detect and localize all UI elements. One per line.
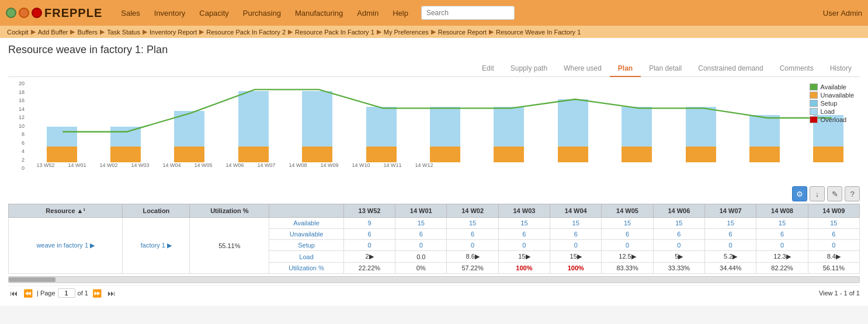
nav-item-capacity[interactable]: Capacity xyxy=(192,0,236,26)
tab-supply-path[interactable]: Supply path xyxy=(502,61,555,77)
nav-item-admin[interactable]: Admin xyxy=(350,0,386,26)
xaxis-label-8: 14 W08 xyxy=(283,162,313,168)
hscroll-thumb[interactable] xyxy=(9,277,55,282)
user-admin[interactable]: User Admin xyxy=(823,9,862,18)
bar-unavailable-seg xyxy=(174,147,204,162)
td-cell-3-2: 57.22% xyxy=(447,263,498,274)
td-cell-2-7: 5.2▶ xyxy=(705,251,756,263)
logo-circle-orange xyxy=(19,8,29,18)
td-cell-2-8: 12.3▶ xyxy=(756,251,808,263)
td-cell-0-0: 6 xyxy=(343,229,395,240)
hscroll-bar[interactable] xyxy=(8,276,860,283)
breadcrumb-item-9[interactable]: Resource Weave In Factory 1 xyxy=(496,29,581,36)
nav-item-sales[interactable]: Sales xyxy=(114,0,147,26)
tab-plan-detail[interactable]: Plan detail xyxy=(641,61,690,77)
tab-plan[interactable]: Plan xyxy=(610,61,641,77)
bar-group-2 xyxy=(158,111,221,162)
toolbar-settings-btn[interactable]: ⚙ xyxy=(792,186,807,201)
bar-group-7 xyxy=(478,107,540,162)
toolbar-download-btn[interactable]: ↓ xyxy=(810,186,825,201)
td-metric-available: Available xyxy=(269,218,344,229)
page-input[interactable] xyxy=(58,288,75,298)
th-w05[interactable]: 14 W05 xyxy=(602,204,653,218)
tab-history[interactable]: History xyxy=(822,61,860,77)
search-input[interactable] xyxy=(421,6,515,20)
bar-stack-10 xyxy=(686,107,716,162)
td-cell-3-5: 83.33% xyxy=(602,263,653,274)
bc-separator: ▶ xyxy=(431,28,436,36)
breadcrumb-item-5[interactable]: Resource Pack In Factory 2 xyxy=(206,29,286,36)
th-location[interactable]: Location xyxy=(123,204,190,218)
nav-item-purchasing[interactable]: Purchasing xyxy=(236,0,288,26)
td-cell-3-7: 34.44% xyxy=(705,263,756,274)
td-cell-2-2: 8.6▶ xyxy=(447,251,498,263)
bar-stack-9 xyxy=(622,107,652,162)
page-of: of 1 xyxy=(78,290,88,297)
breadcrumb-item-4[interactable]: Inventory Report xyxy=(150,29,197,36)
td-cell-2-3: 15▶ xyxy=(498,251,550,263)
bar-load-seg xyxy=(302,91,332,147)
th-w02[interactable]: 14 W02 xyxy=(447,204,498,218)
breadcrumb-item-2[interactable]: Buffers xyxy=(77,29,98,36)
th-w52[interactable]: 13 W52 xyxy=(343,204,395,218)
nav-item-manufacturing[interactable]: Manufacturing xyxy=(288,0,350,26)
th-w03[interactable]: 14 W03 xyxy=(498,204,550,218)
top-nav: FREPPLE Sales Inventory Capacity Purchas… xyxy=(0,0,868,26)
td-cell-1-9: 0 xyxy=(808,240,859,251)
chart-yaxis: 02468101214161820 xyxy=(8,81,27,183)
breadcrumb-item-7[interactable]: My Preferences xyxy=(384,29,429,36)
legend-item-overload: Overload xyxy=(810,116,854,123)
td-available-1: 15 xyxy=(395,218,447,229)
td-available-3: 15 xyxy=(498,218,550,229)
bar-group-1 xyxy=(94,127,157,162)
page-next-btn[interactable]: ⏩ xyxy=(91,289,103,298)
chart-main: 13 W5214 W0114 W0214 W0314 W0414 W0514 W… xyxy=(27,81,860,183)
th-w08[interactable]: 14 W08 xyxy=(756,204,808,218)
tab-where-used[interactable]: Where used xyxy=(555,61,610,77)
nav-item-inventory[interactable]: Inventory xyxy=(147,0,192,26)
tab-edit[interactable]: Edit xyxy=(474,61,502,77)
bar-load-seg xyxy=(430,107,460,147)
bar-stack-0 xyxy=(47,127,77,162)
th-utilization[interactable]: Utilization % xyxy=(190,204,269,218)
th-resource[interactable]: Resource ▲¹ xyxy=(9,204,123,218)
th-w06[interactable]: 14 W06 xyxy=(653,204,704,218)
bar-group-3 xyxy=(222,91,284,162)
bar-load-seg xyxy=(749,115,780,147)
legend-item-load: Load xyxy=(810,108,854,115)
breadcrumb-item-8[interactable]: Resource Report xyxy=(438,29,487,36)
bar-unavailable-seg xyxy=(813,147,843,162)
th-w09[interactable]: 14 W09 xyxy=(808,204,859,218)
tab-comments[interactable]: Comments xyxy=(772,61,822,77)
nav-item-help[interactable]: Help xyxy=(386,0,415,26)
td-metric-load: Load xyxy=(269,251,344,263)
bar-stack-7 xyxy=(494,107,524,162)
th-w04[interactable]: 14 W04 xyxy=(550,204,602,218)
toolbar-help-btn[interactable]: ? xyxy=(845,186,860,201)
bar-group-5 xyxy=(350,107,412,162)
bc-separator: ▶ xyxy=(377,28,381,36)
pagination: ⏮ ⏪ | Page of 1 ⏩ ⏭ View 1 - 1 of 1 xyxy=(8,285,860,300)
yaxis-label: 10 xyxy=(19,123,25,129)
tab-constrained-demand[interactable]: Constrained demand xyxy=(690,61,771,77)
page-last-btn[interactable]: ⏭ xyxy=(106,289,117,298)
th-w01[interactable]: 14 W01 xyxy=(395,204,447,218)
td-metric-utilization-%: Utilization % xyxy=(269,263,344,274)
xaxis-label-4: 14 W04 xyxy=(157,162,187,168)
td-location[interactable]: factory 1 ▶ xyxy=(123,218,190,274)
page-content: Resource weave in factory 1: Plan EditSu… xyxy=(0,38,868,306)
td-resource[interactable]: weave in factory 1 ▶ xyxy=(9,218,123,274)
xaxis-label-0: 13 W52 xyxy=(30,162,61,168)
page-prev-btn[interactable]: ⏪ xyxy=(22,289,34,298)
th-w07[interactable]: 14 W07 xyxy=(705,204,756,218)
toolbar-edit-btn[interactable]: ✎ xyxy=(827,186,842,201)
page-first-btn[interactable]: ⏮ xyxy=(8,289,19,298)
breadcrumb-item-6[interactable]: Resource Pack In Factory 1 xyxy=(295,29,374,36)
legend-item-setup: Setup xyxy=(810,100,854,107)
breadcrumb-item-1[interactable]: Add Buffer xyxy=(38,29,68,36)
breadcrumb-item-0[interactable]: Cockpit xyxy=(7,29,29,36)
td-cell-1-4: 0 xyxy=(550,240,602,251)
td-available-6: 15 xyxy=(653,218,704,229)
td-cell-2-1: 0.0 xyxy=(395,251,447,263)
breadcrumb-item-3[interactable]: Task Status xyxy=(107,29,140,36)
